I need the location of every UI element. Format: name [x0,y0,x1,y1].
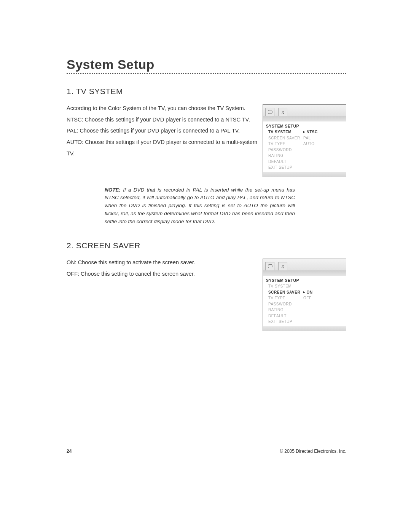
osd-left-label: TV SYSTEM [266,283,301,289]
osd-left-label: DEFAULT [266,313,301,319]
osd-row: TV TYPE AUTO [266,141,343,147]
osd-screenshot-tv-system: 🖵 ♫ SYSTEM SETUP TV SYSTEM NTSC SCREEN S… [263,104,346,177]
page-footer: 24 © 2005 Directed Electronics, Inc. [67,449,346,454]
section-heading-tv-system: 1. TV SYSTEM [67,87,346,96]
section-1-paragraph: According to the Color System of the TV,… [67,103,257,160]
osd-left-label: TV TYPE [266,295,301,301]
osd-screenshot-screen-saver: 🖵 ♫ SYSTEM SETUP TV SYSTEM SCREEN SAVER … [263,259,346,331]
osd-row: SCREEN SAVER PAL [266,135,343,141]
osd-row: TV SYSTEM [266,283,343,289]
osd-left-label: EXIT SETUP [266,319,301,325]
osd-row: TV SYSTEM NTSC [266,129,343,135]
osd-left-label: SCREEN SAVER [266,135,301,141]
osd-body: SYSTEM SETUP TV SYSTEM SCREEN SAVER ON T… [263,276,346,326]
osd-right-value: AUTO [301,141,315,147]
osd-row: DEFAULT [266,313,343,319]
osd-row: PASSWORD [266,147,343,153]
osd-left-label: RATING [266,307,301,313]
monitor-icon: 🖵 [265,108,274,116]
osd-foot-bar [263,172,346,177]
note-block: NOTE: If a DVD that is recorded in PAL i… [105,186,295,226]
osd-row: RATING [266,307,343,313]
dotted-rule [67,73,346,74]
osd-header-bar [263,270,346,276]
osd-header-bar [263,116,346,121]
osd-left-label: SCREEN SAVER [266,289,301,296]
osd-right-value: PAL [301,135,311,141]
osd-tab-bar: 🖵 ♫ [263,105,346,116]
section-2-body: ON: Choose this setting to activate the … [67,257,346,331]
osd-left-label: TV SYSTEM [266,129,301,135]
osd-title: SYSTEM SETUP [266,124,343,128]
osd-row: PASSWORD [266,301,343,307]
osd-row: DEFAULT [266,159,343,165]
section-heading-screen-saver: 2. SCREEN SAVER [67,241,346,250]
osd-title: SYSTEM SETUP [266,278,343,283]
osd-row: EXIT SETUP [266,319,343,325]
page-number: 24 [67,449,72,454]
osd-right-value: ON [301,289,313,296]
note-label: NOTE: [105,187,121,193]
osd-row: RATING [266,153,343,159]
osd-left-label: TV TYPE [266,141,301,147]
speaker-icon: ♫ [278,108,287,116]
osd-right-value: NTSC [301,129,318,135]
osd-left-label: PASSWORD [266,147,301,153]
osd-left-label: DEFAULT [266,159,301,165]
note-text: If a DVD that is recorded in PAL is inse… [105,187,295,225]
monitor-icon: 🖵 [265,262,274,270]
section-2-text: ON: Choose this setting to activate the … [67,257,257,280]
section-1-text: According to the Color System of the TV,… [67,103,257,160]
page-content: System Setup 1. TV SYSTEM According to t… [67,57,346,331]
osd-row: SCREEN SAVER ON [266,289,343,296]
osd-body: SYSTEM SETUP TV SYSTEM NTSC SCREEN SAVER… [263,121,346,172]
osd-row: EXIT SETUP [266,165,343,171]
section-2-paragraph: ON: Choose this setting to activate the … [67,257,257,280]
copyright: © 2005 Directed Electronics, Inc. [280,449,346,454]
osd-tab-bar: 🖵 ♫ [263,259,346,270]
section-1-body: According to the Color System of the TV,… [67,103,346,177]
speaker-icon: ♫ [278,262,287,270]
osd-right-value: OFF [301,295,312,301]
osd-left-label: PASSWORD [266,301,301,307]
osd-left-label: EXIT SETUP [266,165,301,171]
page-title: System Setup [67,57,346,72]
osd-left-label: RATING [266,153,301,159]
osd-foot-bar [263,326,346,331]
osd-row: TV TYPE OFF [266,295,343,301]
